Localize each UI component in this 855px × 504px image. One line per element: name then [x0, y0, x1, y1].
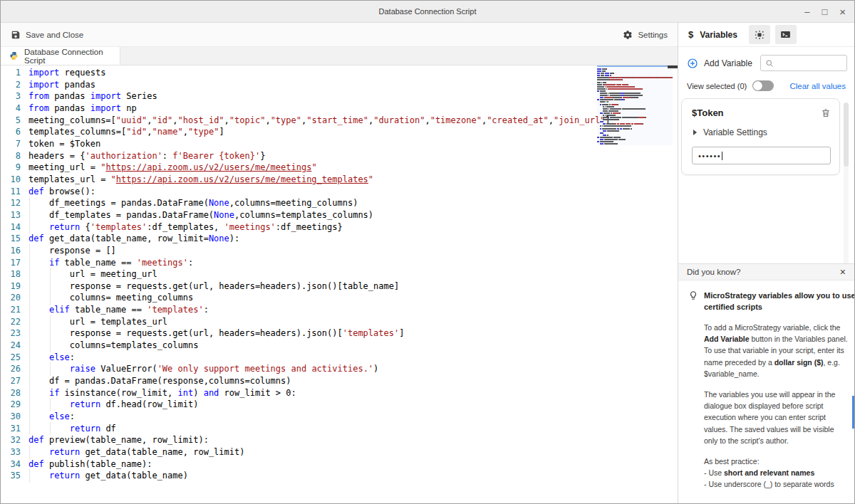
line-number: 20 [1, 292, 21, 304]
indent-guide [28, 411, 49, 423]
toggle-knob [753, 81, 762, 90]
minimize-button[interactable]: – [804, 6, 809, 17]
line-number: 11 [1, 186, 21, 198]
panel-header: $ Variables [678, 23, 854, 47]
panel-scrollbar-thumb[interactable] [844, 103, 849, 167]
code-line[interactable]: def preview(table_name, row_limit): [28, 434, 611, 446]
window-scrollbar-thumb[interactable] [852, 396, 854, 429]
editor-scrollbar-thumb[interactable] [668, 65, 678, 68]
code-line[interactable]: url = meeting_url [28, 268, 611, 280]
python-icon [9, 51, 19, 61]
line-number: 29 [1, 399, 21, 411]
code-line[interactable]: response = [] [28, 245, 611, 257]
code-line[interactable]: else: [28, 352, 611, 364]
line-number: 33 [1, 446, 21, 458]
masked-value: •••••• [698, 152, 721, 160]
tab-database-connection-script[interactable]: Database Connection Script [1, 47, 120, 65]
delete-variable-button[interactable] [821, 107, 831, 118]
code-line[interactable]: headers = {'authorization': f'Bearer {to… [28, 150, 611, 162]
panel-scrollbar[interactable] [844, 103, 849, 273]
code-line[interactable]: templates_url = "https://api.zoom.us/v2/… [28, 174, 611, 186]
code-line[interactable]: df_meetings = pandas.DataFrame(None,colu… [28, 197, 611, 209]
indent-guide [28, 352, 49, 364]
dyk-paragraph: To add a MicroStrategy variable, click t… [704, 322, 849, 379]
add-variable-button[interactable]: Add Variable [704, 58, 760, 68]
did-you-know-close-icon[interactable]: × [840, 266, 846, 278]
indent-guide [28, 257, 49, 269]
clear-all-values-link[interactable]: Clear all values [789, 82, 846, 90]
code-line[interactable]: templates_columns=["id","name","type"] [28, 126, 611, 138]
code-line[interactable]: elif table_name == 'templates': [28, 304, 611, 316]
indent-guide [49, 316, 70, 328]
minimap-slider[interactable] [597, 65, 673, 145]
code-line[interactable]: else: [28, 411, 611, 423]
code-line[interactable]: return df.head(row_limit) [28, 399, 611, 411]
line-number: 14 [1, 221, 21, 233]
indent-guide [28, 399, 49, 411]
code-line[interactable]: from pandas import np [28, 103, 611, 115]
line-number: 15 [1, 233, 21, 245]
code-line[interactable]: if table_name == 'meetings': [28, 257, 611, 269]
packages-button[interactable] [749, 25, 770, 44]
code-line[interactable]: token = $Token [28, 138, 611, 150]
dyk-paragraph: As best practice:- Use short and relevan… [704, 456, 849, 490]
line-number: 30 [1, 411, 21, 423]
text-cursor [722, 152, 722, 160]
code-lines[interactable]: import requestsimport pandasfrom pandas … [28, 67, 611, 482]
variable-value-input[interactable]: •••••• [692, 147, 831, 164]
line-number: 1 [1, 67, 21, 79]
code-line[interactable]: df = pandas.DataFrame(response,columns=c… [28, 375, 611, 387]
tab-strip: Database Connection Script [1, 47, 678, 65]
code-line[interactable]: df_templates = pandas.DataFrame(None,col… [28, 209, 611, 221]
code-line[interactable]: meeting_columns=["uuid","id","host_id","… [28, 115, 611, 127]
code-line[interactable]: import requests [28, 67, 611, 79]
indent-guide [28, 375, 49, 387]
code-line[interactable]: url = templates_url [28, 316, 611, 328]
indent-guide [28, 280, 49, 293]
minimap[interactable] [597, 65, 673, 503]
code-line[interactable]: response = requests.get(url, headers=hea… [28, 280, 611, 293]
code-line[interactable]: meeting_url = "https://api.zoom.us/v2/us… [28, 162, 611, 174]
line-number: 3 [1, 90, 21, 103]
indent-guide [49, 340, 70, 352]
maximize-button[interactable]: □ [822, 6, 827, 17]
line-number: 8 [1, 150, 21, 162]
save-and-close-button[interactable]: Save and Close [11, 30, 83, 40]
variable-settings-expander[interactable]: Variable Settings [692, 127, 831, 137]
code-line[interactable]: import pandas [28, 79, 611, 91]
code-line[interactable]: response = requests.get(url, headers=hea… [28, 327, 611, 340]
console-button[interactable] [775, 25, 797, 44]
search-input[interactable] [777, 58, 844, 68]
code-line[interactable]: columns=templates_columns [28, 340, 611, 352]
search-box[interactable] [760, 55, 847, 71]
code-line[interactable]: return get_data(table_name) [28, 470, 611, 482]
code-line[interactable]: raise ValueError('We only support meetin… [28, 363, 611, 375]
view-selected-toggle[interactable] [752, 80, 774, 91]
dyk-title: MicroStrategy variables allow you to use… [704, 290, 854, 313]
settings-button[interactable]: Settings [623, 30, 668, 40]
line-number: 35 [1, 470, 21, 482]
line-number: 21 [1, 304, 21, 316]
indent-guide [28, 363, 49, 375]
code-editor[interactable]: 1234567891011121314151617181920212223242… [1, 65, 678, 503]
code-line[interactable]: def publish(table_name): [28, 458, 611, 471]
code-line[interactable]: columns= meeting_columns [28, 292, 611, 304]
dyk-paragraph: The variables you use will appear in the… [704, 389, 849, 446]
toolbar: Save and Close Settings [1, 23, 678, 47]
line-number: 34 [1, 458, 21, 471]
code-line[interactable]: def get_data(table_name, row_limit=None)… [28, 233, 611, 245]
code-line[interactable]: from pandas import Series [28, 90, 611, 103]
did-you-know-panel: Did you know? × MicroStrategy variables … [678, 263, 854, 503]
add-variable-plus-icon[interactable] [687, 58, 698, 69]
code-line[interactable]: if isinstance(row_limit, int) and row_li… [28, 387, 611, 399]
search-icon [765, 59, 774, 68]
gear-icon [623, 30, 633, 40]
close-button[interactable]: × [839, 6, 846, 18]
code-line[interactable]: return get_data(table_name, row_limit) [28, 446, 611, 458]
title-bar: Database Connection Script – □ × [1, 1, 854, 23]
code-line[interactable]: def browse(): [28, 186, 611, 198]
variables-tab-label[interactable]: Variables [700, 30, 737, 40]
code-line[interactable]: return {'templates':df_templates, 'meeti… [28, 221, 611, 233]
console-icon [779, 28, 792, 41]
code-line[interactable]: return df [28, 423, 611, 435]
